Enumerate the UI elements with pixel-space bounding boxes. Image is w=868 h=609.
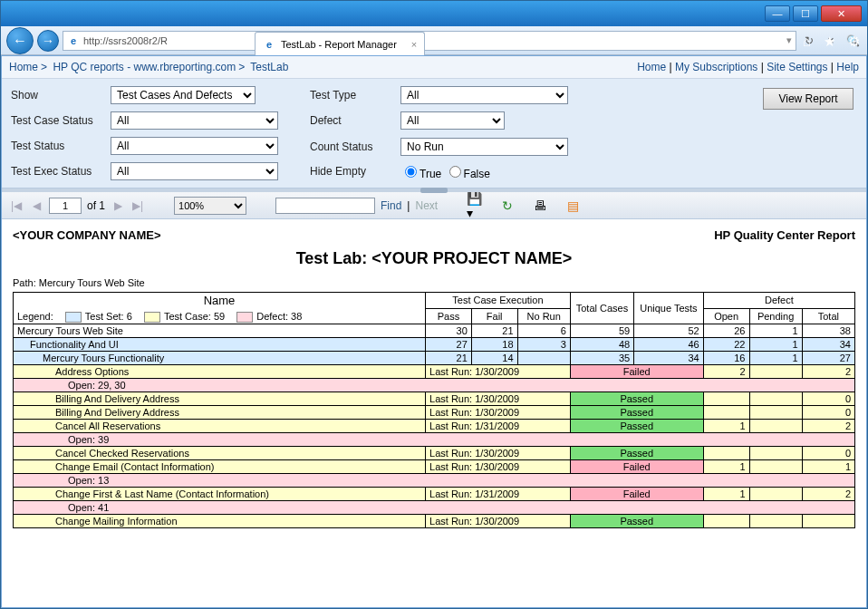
ie-icon: e bbox=[67, 34, 80, 47]
tab-close-icon[interactable]: × bbox=[411, 39, 417, 50]
prev-page-icon: ◀ bbox=[29, 198, 43, 213]
status-cell: Failed bbox=[570, 460, 703, 474]
num-cell: 34 bbox=[802, 338, 854, 352]
maximize-button[interactable]: ☐ bbox=[793, 5, 818, 22]
address-bar: ← → e http://ssrs2008r2/R ▾ ↻ × 🔍 bbox=[1, 26, 867, 55]
col-pending: Pending bbox=[749, 308, 802, 324]
status-cell: Passed bbox=[570, 392, 703, 406]
col-fail: Fail bbox=[471, 308, 517, 324]
name-cell: Mercury Tours Functionality bbox=[14, 352, 426, 365]
col-total: Total bbox=[802, 308, 854, 324]
report-toolbar: |◀ ◀ of 1 ▶ ▶| 100% Find | Next 💾▾ ↻ 🖶 ▤ bbox=[2, 192, 866, 219]
browser-tab[interactable]: e TestLab - Report Manager × bbox=[255, 32, 425, 55]
param-show-label: Show bbox=[11, 89, 111, 102]
refresh-report-icon[interactable]: ↻ bbox=[499, 198, 516, 214]
status-cell: Failed bbox=[570, 365, 703, 379]
num-cell: 26 bbox=[703, 324, 749, 338]
breadcrumb-current[interactable]: TestLab bbox=[250, 61, 288, 73]
url-field[interactable]: e http://ssrs2008r2/R ▾ bbox=[63, 31, 796, 51]
param-def-select[interactable]: All bbox=[400, 111, 505, 130]
swatch-defect bbox=[236, 312, 253, 323]
next-link: Next bbox=[415, 199, 438, 212]
company-name: <YOUR COMPANY NAME> bbox=[13, 228, 161, 242]
col-pass: Pass bbox=[426, 308, 472, 324]
table-row: Change Email (Contact Information)Last R… bbox=[14, 460, 855, 474]
export-icon[interactable]: 💾▾ bbox=[467, 198, 483, 214]
num-cell bbox=[749, 488, 802, 501]
table-row: Functionality And UI27183484622134 bbox=[14, 338, 855, 352]
feed-icon[interactable]: ▤ bbox=[564, 198, 581, 214]
view-report-button[interactable]: View Report bbox=[763, 88, 854, 110]
url-text: http://ssrs2008r2/R bbox=[83, 35, 168, 46]
name-cell: Cancel All Reservations bbox=[14, 420, 426, 433]
col-norun: No Run bbox=[517, 308, 570, 324]
param-ts-select[interactable]: All bbox=[111, 137, 278, 155]
status-cell: Failed bbox=[570, 488, 703, 501]
report-title: Test Lab: <YOUR PROJECT NAME> bbox=[13, 249, 855, 268]
param-cs-select[interactable]: No Run bbox=[400, 138, 568, 156]
page-of: of 1 bbox=[87, 199, 105, 212]
forward-button[interactable]: → bbox=[37, 30, 59, 52]
link-help[interactable]: Help bbox=[836, 61, 859, 73]
name-cell: Address Options bbox=[14, 365, 426, 379]
swatch-testcase bbox=[144, 312, 160, 323]
param-tes-label: Test Exec Status bbox=[11, 165, 111, 178]
back-button[interactable]: ← bbox=[6, 27, 34, 54]
hide-empty-true[interactable] bbox=[405, 166, 417, 178]
num-cell: 0 bbox=[802, 392, 854, 406]
table-row: Open: 13 bbox=[14, 474, 855, 488]
lastrun-cell: Last Run: 1/30/2009 bbox=[426, 406, 571, 420]
table-row: Cancel All ReservationsLast Run: 1/31/20… bbox=[14, 420, 855, 433]
link-home[interactable]: Home bbox=[637, 61, 666, 73]
find-link[interactable]: Find bbox=[381, 199, 401, 212]
param-tcs-select[interactable]: All bbox=[111, 111, 278, 130]
col-defect: Defect bbox=[703, 293, 854, 309]
favorites-icon[interactable]: ★ bbox=[824, 34, 835, 50]
link-subscriptions[interactable]: My Subscriptions bbox=[675, 61, 757, 73]
page-input[interactable] bbox=[49, 198, 82, 214]
param-show-select[interactable]: Test Cases And Defects bbox=[111, 86, 256, 104]
home-icon[interactable]: ⌂ bbox=[803, 34, 811, 50]
num-cell bbox=[703, 447, 749, 460]
minimize-button[interactable]: — bbox=[765, 5, 790, 22]
col-name: Name bbox=[17, 294, 421, 307]
window: — ☐ ✕ ← → e http://ssrs2008r2/R ▾ ↻ × 🔍 … bbox=[0, 0, 868, 609]
breadcrumb-folder[interactable]: HP QC reports - www.rbreporting.com bbox=[53, 61, 236, 73]
num-cell bbox=[749, 365, 802, 379]
num-cell: 1 bbox=[749, 338, 802, 352]
num-cell: 35 bbox=[570, 352, 633, 365]
num-cell: 2 bbox=[703, 365, 749, 379]
name-cell: Change Mailing Information bbox=[14, 515, 426, 528]
param-tt-select[interactable]: All bbox=[400, 86, 568, 104]
splitter[interactable] bbox=[2, 188, 866, 192]
defect-cell: Open: 29, 30 bbox=[14, 379, 855, 392]
close-button[interactable]: ✕ bbox=[821, 5, 862, 22]
param-tes-select[interactable]: All bbox=[111, 162, 278, 180]
status-cell: Passed bbox=[570, 515, 703, 528]
tools-icon[interactable]: ⚙ bbox=[848, 34, 860, 50]
lastrun-cell: Last Run: 1/30/2009 bbox=[426, 515, 571, 528]
print-icon[interactable]: 🖶 bbox=[532, 198, 548, 214]
num-cell bbox=[749, 406, 802, 420]
name-cell: Functionality And UI bbox=[14, 338, 426, 352]
zoom-select[interactable]: 100% bbox=[174, 197, 246, 215]
num-cell bbox=[703, 406, 749, 420]
find-input[interactable] bbox=[275, 198, 375, 214]
param-ts-label: Test Status bbox=[11, 140, 111, 152]
col-tce: Test Case Execution bbox=[426, 293, 571, 309]
table-row: Change Mailing InformationLast Run: 1/30… bbox=[14, 515, 855, 528]
status-cell: Passed bbox=[570, 447, 703, 460]
breadcrumb-home[interactable]: Home bbox=[9, 61, 38, 73]
num-cell: 34 bbox=[634, 352, 704, 365]
num-cell: 2 bbox=[802, 420, 854, 433]
hide-empty-false[interactable] bbox=[449, 166, 461, 178]
num-cell: 59 bbox=[570, 324, 633, 338]
table-row: Open: 29, 30 bbox=[14, 379, 855, 392]
dropdown-icon[interactable]: ▾ bbox=[786, 34, 792, 46]
table-row: Mercury Tours Web Site30216595226138 bbox=[14, 324, 855, 338]
table-row: Open: 39 bbox=[14, 433, 855, 447]
num-cell: 1 bbox=[703, 460, 749, 474]
swatch-testset bbox=[65, 312, 82, 323]
link-site-settings[interactable]: Site Settings bbox=[767, 61, 827, 73]
num-cell bbox=[517, 352, 570, 365]
